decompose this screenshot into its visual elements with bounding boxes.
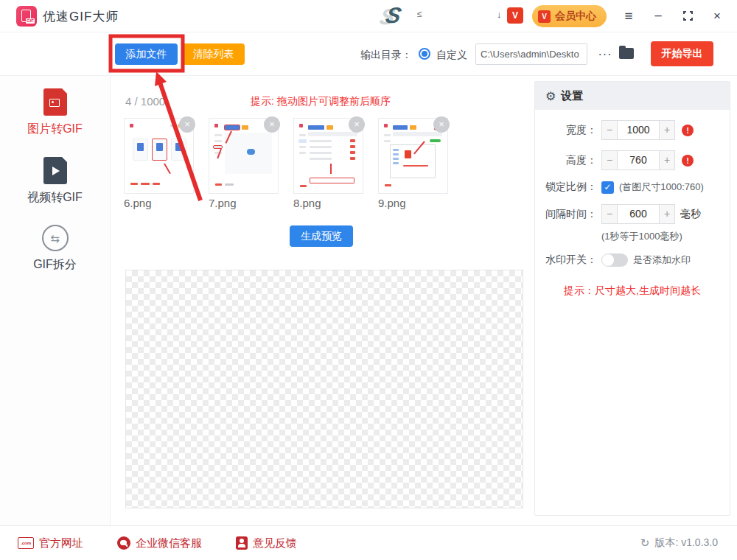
interval-label: 间隔时间： — [535, 208, 597, 221]
browse-dots-button[interactable]: ··· — [595, 43, 615, 65]
watermark-s-logo: S — [383, 3, 403, 28]
custom-option-label: 自定义 — [436, 49, 467, 62]
toolbar: 添加文件 清除列表 输出目录： 自定义 ··· 开始导出 — [0, 32, 737, 76]
height-minus-button[interactable]: − — [601, 150, 618, 170]
official-website-link[interactable]: .com 官方网址 — [18, 536, 83, 550]
interval-minus-button[interactable]: − — [601, 204, 618, 224]
thumbnail-item[interactable]: × — [124, 118, 194, 194]
title-bar: GIF 优速GIF大师 S ≤ ↓ V V 会员中心 ≡ − × — [0, 0, 737, 32]
remove-thumbnail-button[interactable]: × — [179, 116, 195, 133]
wechat-chat-icon — [117, 536, 130, 550]
lock-ratio-row: 锁定比例： ✓ (首图尺寸1000:760) — [535, 181, 730, 194]
height-label: 高度： — [535, 154, 597, 167]
member-center-label: 会员中心 — [555, 10, 596, 23]
output-dir-label: 输出目录： — [360, 49, 412, 62]
interval-stepper: − 600 + — [601, 204, 675, 224]
app-window: GIF 优速GIF大师 S ≤ ↓ V V 会员中心 ≡ − × 添加文件 清除… — [0, 0, 737, 560]
watermark-hint: 是否添加水印 — [633, 253, 691, 267]
preview-transparency-area — [125, 270, 523, 508]
thumbnail-filename: 8.png — [293, 197, 321, 209]
image-to-gif-icon — [43, 88, 67, 116]
menu-button[interactable]: ≡ — [618, 6, 640, 27]
height-stepper: − 760 + — [601, 150, 675, 170]
watermark-label: 水印开关： — [535, 253, 597, 267]
app-title: 优速GIF大师 — [43, 8, 119, 25]
drag-order-tip: 提示: 拖动图片可调整前后顺序 — [111, 95, 531, 108]
minimize-button[interactable]: − — [647, 6, 669, 27]
interval-row: 间隔时间： − 600 + 毫秒 — [535, 204, 730, 224]
size-warning-tip: 提示：尺寸越大,生成时间越长 — [535, 284, 730, 298]
feedback-link[interactable]: 意见反馈 — [236, 536, 297, 550]
wechat-service-link[interactable]: 企业微信客服 — [117, 536, 202, 550]
main-content: 4 / 1000 提示: 拖动图片可调整前后顺序 × — [111, 76, 531, 525]
thumbnail-image — [298, 122, 359, 189]
thumbnail-image — [383, 122, 444, 189]
start-export-button[interactable]: 开始导出 — [651, 41, 713, 66]
maximize-icon — [683, 11, 693, 21]
interval-unit: 毫秒 — [680, 208, 701, 221]
height-row: 高度： − 760 + ! — [535, 150, 730, 170]
lock-ratio-label: 锁定比例： — [535, 181, 597, 194]
video-to-gif-icon — [43, 157, 67, 184]
interval-plus-button[interactable]: + — [659, 204, 675, 224]
height-plus-button[interactable]: + — [659, 150, 675, 170]
add-file-button[interactable]: 添加文件 — [115, 43, 178, 65]
member-center-button[interactable]: V 会员中心 — [532, 5, 607, 27]
thumbnail-filename: 6.png — [124, 197, 152, 209]
sidebar-item-video-to-gif[interactable]: 视频转GIF — [0, 157, 110, 206]
remove-thumbnail-button[interactable]: × — [264, 116, 280, 133]
width-minus-button[interactable]: − — [601, 120, 618, 140]
open-folder-icon[interactable] — [619, 48, 634, 59]
thumbnail-image — [213, 122, 274, 189]
generate-preview-button[interactable]: 生成预览 — [290, 225, 353, 247]
feedback-label: 意见反馈 — [253, 536, 297, 550]
sidebar: 图片转GIF 视频转GIF ⇆ GIF拆分 — [0, 76, 111, 525]
download-arrow-icon: ↓ — [497, 9, 502, 20]
sidebar-item-gif-split[interactable]: ⇆ GIF拆分 — [0, 225, 110, 273]
refresh-icon: ↻ — [640, 536, 650, 550]
thumbnail-item[interactable]: × — [209, 118, 279, 194]
footer-bar: .com 官方网址 企业微信客服 意见反馈 ↻ 版本: v1.0.3.0 — [0, 525, 737, 560]
output-path-input[interactable] — [475, 43, 587, 65]
version-label: 版本: v1.0.3.0 — [654, 536, 718, 550]
thumbnail-item[interactable]: × — [293, 118, 363, 194]
vip-icon: V — [538, 10, 551, 23]
custom-dir-radio[interactable] — [419, 48, 430, 60]
settings-header: ⚙ 设置 — [535, 82, 730, 110]
height-error-icon: ! — [682, 155, 694, 167]
wechat-service-label: 企业微信客服 — [136, 536, 202, 550]
vip-badge-icon[interactable]: V — [507, 7, 523, 24]
remove-thumbnail-button[interactable]: × — [349, 116, 365, 133]
thumbnail-image — [128, 122, 189, 189]
gear-icon: ⚙ — [545, 89, 556, 103]
width-stepper: − 1000 + — [601, 120, 675, 140]
thumbnail-filename: 9.png — [378, 197, 406, 209]
width-value[interactable]: 1000 — [618, 120, 659, 140]
sidebar-item-image-to-gif[interactable]: 图片转GIF — [0, 88, 110, 137]
watermark-row: 水印开关： 是否添加水印 — [535, 253, 730, 267]
interval-hint: (1秒等于1000毫秒) — [601, 230, 730, 243]
watermark-glyph: ≤ — [417, 9, 422, 19]
height-value[interactable]: 760 — [618, 150, 659, 170]
website-icon: .com — [18, 537, 34, 549]
thumbnail-filename: 7.png — [209, 197, 237, 209]
interval-value[interactable]: 600 — [618, 204, 659, 224]
version-info: ↻ 版本: v1.0.3.0 — [640, 536, 718, 550]
width-plus-button[interactable]: + — [659, 120, 675, 140]
watermark-toggle[interactable] — [601, 253, 628, 267]
maximize-button[interactable] — [677, 6, 699, 27]
settings-panel: ⚙ 设置 宽度： − 1000 + ! 高度： − 760 + ! 锁定比例： … — [534, 81, 730, 516]
close-button[interactable]: × — [706, 6, 728, 27]
width-error-icon: ! — [682, 125, 694, 136]
lock-ratio-checkbox[interactable]: ✓ — [601, 181, 614, 194]
app-logo-icon: GIF — [16, 6, 37, 27]
settings-title: 设置 — [561, 89, 583, 103]
feedback-icon — [236, 536, 248, 550]
clear-list-button[interactable]: 清除列表 — [182, 43, 245, 65]
gif-split-icon: ⇆ — [42, 225, 69, 251]
width-label: 宽度： — [535, 124, 597, 137]
width-row: 宽度： − 1000 + ! — [535, 120, 730, 140]
thumbnail-item[interactable]: × — [378, 118, 448, 194]
lock-ratio-hint: (首图尺寸1000:760) — [619, 181, 704, 194]
remove-thumbnail-button[interactable]: × — [433, 116, 450, 133]
